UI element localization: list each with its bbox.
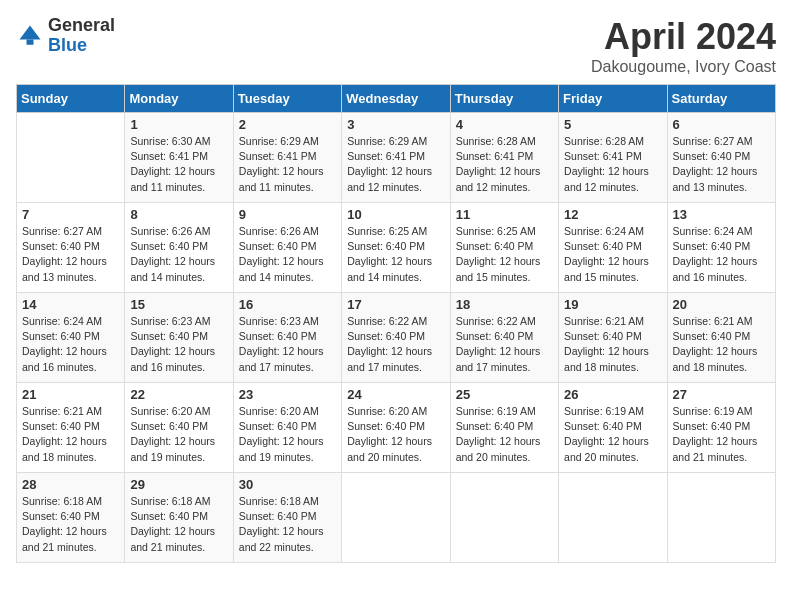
col-header-wednesday: Wednesday <box>342 85 450 113</box>
col-header-friday: Friday <box>559 85 667 113</box>
day-info: Sunrise: 6:19 AMSunset: 6:40 PMDaylight:… <box>456 404 553 465</box>
day-number: 22 <box>130 387 227 402</box>
calendar-cell: 25Sunrise: 6:19 AMSunset: 6:40 PMDayligh… <box>450 383 558 473</box>
calendar-cell <box>342 473 450 563</box>
calendar-cell: 28Sunrise: 6:18 AMSunset: 6:40 PMDayligh… <box>17 473 125 563</box>
day-number: 24 <box>347 387 444 402</box>
day-number: 10 <box>347 207 444 222</box>
day-info: Sunrise: 6:25 AMSunset: 6:40 PMDaylight:… <box>347 224 444 285</box>
day-number: 15 <box>130 297 227 312</box>
day-info: Sunrise: 6:19 AMSunset: 6:40 PMDaylight:… <box>564 404 661 465</box>
day-number: 28 <box>22 477 119 492</box>
calendar-cell <box>17 113 125 203</box>
day-info: Sunrise: 6:24 AMSunset: 6:40 PMDaylight:… <box>22 314 119 375</box>
day-info: Sunrise: 6:23 AMSunset: 6:40 PMDaylight:… <box>130 314 227 375</box>
day-info: Sunrise: 6:23 AMSunset: 6:40 PMDaylight:… <box>239 314 336 375</box>
calendar-cell: 27Sunrise: 6:19 AMSunset: 6:40 PMDayligh… <box>667 383 775 473</box>
day-info: Sunrise: 6:26 AMSunset: 6:40 PMDaylight:… <box>130 224 227 285</box>
day-number: 1 <box>130 117 227 132</box>
calendar-week-row: 14Sunrise: 6:24 AMSunset: 6:40 PMDayligh… <box>17 293 776 383</box>
day-info: Sunrise: 6:20 AMSunset: 6:40 PMDaylight:… <box>347 404 444 465</box>
day-info: Sunrise: 6:22 AMSunset: 6:40 PMDaylight:… <box>347 314 444 375</box>
day-number: 14 <box>22 297 119 312</box>
calendar-cell: 18Sunrise: 6:22 AMSunset: 6:40 PMDayligh… <box>450 293 558 383</box>
title-area: April 2024 Dakougoume, Ivory Coast <box>591 16 776 76</box>
calendar-cell: 1Sunrise: 6:30 AMSunset: 6:41 PMDaylight… <box>125 113 233 203</box>
calendar-cell: 8Sunrise: 6:26 AMSunset: 6:40 PMDaylight… <box>125 203 233 293</box>
logo-icon <box>16 22 44 50</box>
day-info: Sunrise: 6:21 AMSunset: 6:40 PMDaylight:… <box>22 404 119 465</box>
day-info: Sunrise: 6:24 AMSunset: 6:40 PMDaylight:… <box>673 224 770 285</box>
day-number: 19 <box>564 297 661 312</box>
calendar-cell: 11Sunrise: 6:25 AMSunset: 6:40 PMDayligh… <box>450 203 558 293</box>
day-number: 16 <box>239 297 336 312</box>
calendar-header-row: SundayMondayTuesdayWednesdayThursdayFrid… <box>17 85 776 113</box>
day-number: 13 <box>673 207 770 222</box>
day-info: Sunrise: 6:25 AMSunset: 6:40 PMDaylight:… <box>456 224 553 285</box>
day-info: Sunrise: 6:27 AMSunset: 6:40 PMDaylight:… <box>673 134 770 195</box>
logo-blue: Blue <box>48 36 115 56</box>
day-number: 23 <box>239 387 336 402</box>
calendar-cell: 15Sunrise: 6:23 AMSunset: 6:40 PMDayligh… <box>125 293 233 383</box>
calendar-week-row: 28Sunrise: 6:18 AMSunset: 6:40 PMDayligh… <box>17 473 776 563</box>
location-title: Dakougoume, Ivory Coast <box>591 58 776 76</box>
calendar-cell: 2Sunrise: 6:29 AMSunset: 6:41 PMDaylight… <box>233 113 341 203</box>
calendar-cell: 5Sunrise: 6:28 AMSunset: 6:41 PMDaylight… <box>559 113 667 203</box>
calendar-cell: 30Sunrise: 6:18 AMSunset: 6:40 PMDayligh… <box>233 473 341 563</box>
calendar-cell: 21Sunrise: 6:21 AMSunset: 6:40 PMDayligh… <box>17 383 125 473</box>
logo-general: General <box>48 16 115 36</box>
day-info: Sunrise: 6:30 AMSunset: 6:41 PMDaylight:… <box>130 134 227 195</box>
logo-text: General Blue <box>48 16 115 56</box>
day-info: Sunrise: 6:27 AMSunset: 6:40 PMDaylight:… <box>22 224 119 285</box>
day-number: 26 <box>564 387 661 402</box>
day-number: 3 <box>347 117 444 132</box>
day-info: Sunrise: 6:18 AMSunset: 6:40 PMDaylight:… <box>130 494 227 555</box>
month-title: April 2024 <box>591 16 776 58</box>
calendar-cell: 10Sunrise: 6:25 AMSunset: 6:40 PMDayligh… <box>342 203 450 293</box>
day-info: Sunrise: 6:26 AMSunset: 6:40 PMDaylight:… <box>239 224 336 285</box>
calendar-cell <box>667 473 775 563</box>
calendar-week-row: 7Sunrise: 6:27 AMSunset: 6:40 PMDaylight… <box>17 203 776 293</box>
day-info: Sunrise: 6:29 AMSunset: 6:41 PMDaylight:… <box>347 134 444 195</box>
calendar-cell: 20Sunrise: 6:21 AMSunset: 6:40 PMDayligh… <box>667 293 775 383</box>
day-info: Sunrise: 6:18 AMSunset: 6:40 PMDaylight:… <box>22 494 119 555</box>
day-info: Sunrise: 6:20 AMSunset: 6:40 PMDaylight:… <box>239 404 336 465</box>
day-number: 18 <box>456 297 553 312</box>
calendar-cell: 13Sunrise: 6:24 AMSunset: 6:40 PMDayligh… <box>667 203 775 293</box>
col-header-monday: Monday <box>125 85 233 113</box>
calendar-cell: 3Sunrise: 6:29 AMSunset: 6:41 PMDaylight… <box>342 113 450 203</box>
day-number: 27 <box>673 387 770 402</box>
calendar-table: SundayMondayTuesdayWednesdayThursdayFrid… <box>16 84 776 563</box>
calendar-cell: 7Sunrise: 6:27 AMSunset: 6:40 PMDaylight… <box>17 203 125 293</box>
day-number: 25 <box>456 387 553 402</box>
calendar-cell: 17Sunrise: 6:22 AMSunset: 6:40 PMDayligh… <box>342 293 450 383</box>
header: General Blue April 2024 Dakougoume, Ivor… <box>16 16 776 76</box>
day-info: Sunrise: 6:28 AMSunset: 6:41 PMDaylight:… <box>564 134 661 195</box>
day-number: 21 <box>22 387 119 402</box>
day-info: Sunrise: 6:29 AMSunset: 6:41 PMDaylight:… <box>239 134 336 195</box>
day-number: 5 <box>564 117 661 132</box>
calendar-cell: 16Sunrise: 6:23 AMSunset: 6:40 PMDayligh… <box>233 293 341 383</box>
day-info: Sunrise: 6:18 AMSunset: 6:40 PMDaylight:… <box>239 494 336 555</box>
day-info: Sunrise: 6:28 AMSunset: 6:41 PMDaylight:… <box>456 134 553 195</box>
day-info: Sunrise: 6:21 AMSunset: 6:40 PMDaylight:… <box>673 314 770 375</box>
calendar-week-row: 21Sunrise: 6:21 AMSunset: 6:40 PMDayligh… <box>17 383 776 473</box>
svg-marker-0 <box>20 25 41 39</box>
calendar-cell: 24Sunrise: 6:20 AMSunset: 6:40 PMDayligh… <box>342 383 450 473</box>
calendar-cell: 19Sunrise: 6:21 AMSunset: 6:40 PMDayligh… <box>559 293 667 383</box>
col-header-sunday: Sunday <box>17 85 125 113</box>
calendar-cell: 12Sunrise: 6:24 AMSunset: 6:40 PMDayligh… <box>559 203 667 293</box>
day-number: 12 <box>564 207 661 222</box>
calendar-week-row: 1Sunrise: 6:30 AMSunset: 6:41 PMDaylight… <box>17 113 776 203</box>
calendar-cell <box>450 473 558 563</box>
calendar-cell <box>559 473 667 563</box>
day-number: 8 <box>130 207 227 222</box>
day-number: 2 <box>239 117 336 132</box>
svg-rect-1 <box>27 39 34 44</box>
calendar-cell: 4Sunrise: 6:28 AMSunset: 6:41 PMDaylight… <box>450 113 558 203</box>
col-header-thursday: Thursday <box>450 85 558 113</box>
day-number: 11 <box>456 207 553 222</box>
day-number: 29 <box>130 477 227 492</box>
calendar-cell: 26Sunrise: 6:19 AMSunset: 6:40 PMDayligh… <box>559 383 667 473</box>
day-info: Sunrise: 6:19 AMSunset: 6:40 PMDaylight:… <box>673 404 770 465</box>
